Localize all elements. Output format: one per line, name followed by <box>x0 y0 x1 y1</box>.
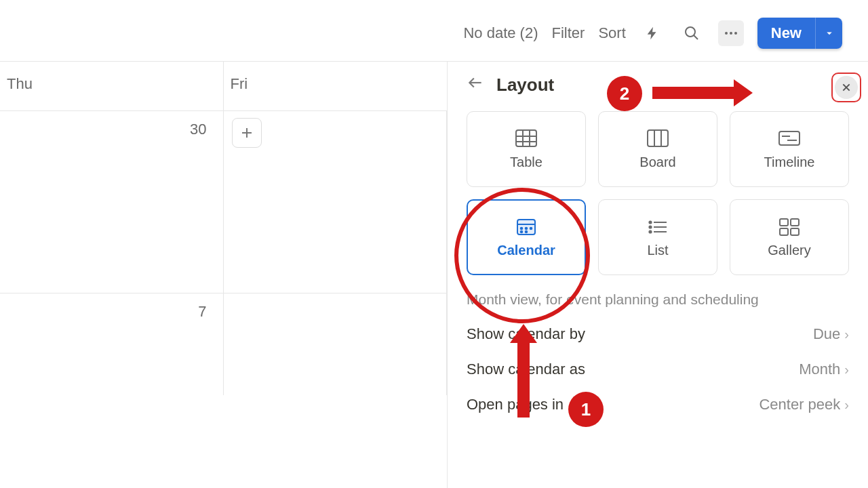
svg-rect-10 <box>516 130 536 146</box>
layout-option-gallery[interactable]: Gallery <box>730 199 849 275</box>
svg-rect-36 <box>780 228 788 235</box>
setting-open-pages-in[interactable]: Open pages in Center peek› <box>467 396 849 413</box>
layout-description: Month view, for event planning and sched… <box>467 291 849 308</box>
setting-value: Month <box>799 361 840 378</box>
table-icon <box>515 129 538 148</box>
date-7: 7 <box>198 303 206 321</box>
new-button[interactable]: New <box>757 18 815 49</box>
add-page-button[interactable] <box>232 118 262 148</box>
svg-point-24 <box>526 227 528 229</box>
svg-rect-35 <box>791 219 799 226</box>
lightning-icon[interactable] <box>639 20 665 46</box>
layout-option-timeline[interactable]: Timeline <box>730 111 849 187</box>
col-fri: Fri <box>224 62 448 110</box>
layout-label: Board <box>639 155 675 170</box>
col-thu: Thu <box>0 62 224 110</box>
setting-show-calendar-as[interactable]: Show calendar as Month› <box>467 361 849 378</box>
no-date-button[interactable]: No date (2) <box>463 24 538 42</box>
calendar-icon <box>515 217 538 236</box>
svg-rect-18 <box>779 131 800 145</box>
board-icon <box>646 129 669 148</box>
layout-options-grid: Table Board Timeline Calendar <box>467 111 849 275</box>
layout-label: List <box>647 243 668 258</box>
chevron-right-icon: › <box>844 362 849 378</box>
setting-label: Show calendar as <box>467 361 585 378</box>
svg-point-23 <box>521 227 523 229</box>
calendar-grid: Thu Fri 30 7 <box>0 62 448 488</box>
svg-rect-34 <box>780 219 788 226</box>
sort-button[interactable]: Sort <box>598 24 625 42</box>
new-dropdown-caret[interactable] <box>815 18 842 49</box>
svg-point-25 <box>530 227 532 229</box>
layout-option-calendar[interactable]: Calendar <box>467 199 586 275</box>
svg-point-2 <box>725 32 728 35</box>
close-panel-button[interactable] <box>831 73 861 102</box>
chevron-right-icon: › <box>844 397 849 413</box>
setting-label: Open pages in <box>467 396 564 413</box>
back-arrow-icon[interactable] <box>467 74 484 96</box>
layout-option-table[interactable]: Table <box>467 111 586 187</box>
layout-label: Calendar <box>497 243 555 258</box>
layout-option-list[interactable]: List <box>598 199 717 275</box>
setting-value: Center peek <box>759 396 840 413</box>
search-icon[interactable] <box>679 20 705 46</box>
svg-point-3 <box>730 32 732 35</box>
layout-label: Table <box>510 155 542 170</box>
more-icon[interactable] <box>718 20 744 46</box>
timeline-icon <box>778 129 801 148</box>
new-button-group: New <box>757 18 842 49</box>
panel-title: Layout <box>496 75 554 96</box>
chevron-right-icon: › <box>844 327 849 342</box>
svg-rect-15 <box>648 130 668 146</box>
calendar-day-header: Thu Fri <box>0 62 447 110</box>
view-toolbar: No date (2) Filter Sort New <box>463 18 842 49</box>
setting-label: Show calendar by <box>467 325 585 343</box>
layout-panel: Layout Table Board <box>448 62 868 488</box>
setting-show-calendar-by[interactable]: Show calendar by Due› <box>467 325 849 343</box>
svg-point-0 <box>686 27 695 37</box>
svg-point-4 <box>734 32 737 35</box>
close-icon <box>835 76 858 99</box>
svg-point-28 <box>649 221 651 223</box>
layout-option-board[interactable]: Board <box>598 111 717 187</box>
svg-point-26 <box>521 230 523 232</box>
svg-point-27 <box>526 230 528 232</box>
setting-value: Due <box>813 325 840 343</box>
list-icon <box>646 217 669 236</box>
filter-button[interactable]: Filter <box>552 24 585 42</box>
svg-point-32 <box>649 230 651 232</box>
layout-label: Timeline <box>764 155 815 170</box>
svg-line-1 <box>694 35 698 39</box>
date-30: 30 <box>190 121 206 138</box>
svg-point-30 <box>649 226 651 228</box>
layout-label: Gallery <box>768 243 810 258</box>
svg-rect-37 <box>791 228 799 235</box>
gallery-icon <box>778 217 801 236</box>
